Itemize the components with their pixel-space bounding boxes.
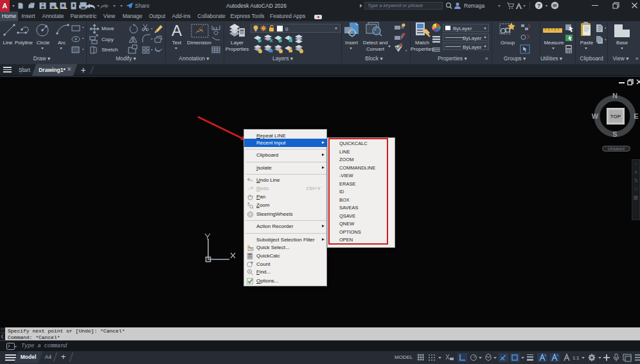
svg-text:?: ? (537, 3, 540, 9)
svg-text:S: S (612, 130, 617, 138)
svg-text:W: W (592, 112, 599, 120)
svg-text:E: E (634, 112, 638, 120)
svg-text:N: N (612, 92, 618, 100)
svg-text:TOP: TOP (610, 114, 621, 119)
svg-text:A: A (249, 270, 251, 273)
svg-text:1:1: 1:1 (573, 355, 579, 361)
